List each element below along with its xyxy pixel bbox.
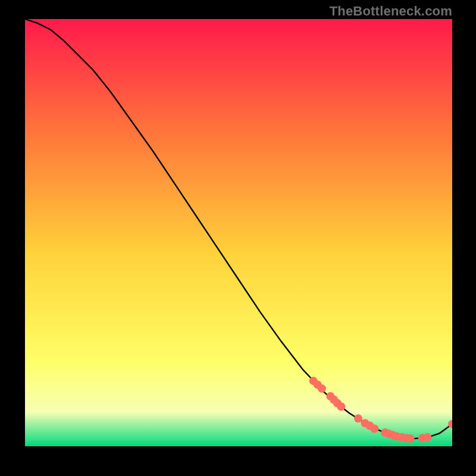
data-marker <box>406 434 415 443</box>
data-marker <box>337 402 345 411</box>
watermark-text: TheBottleneck.com <box>330 4 452 19</box>
plot-area <box>25 19 452 446</box>
data-marker <box>423 433 431 441</box>
data-marker <box>370 425 378 433</box>
data-marker <box>318 384 326 393</box>
data-marker <box>354 414 362 422</box>
gradient-background <box>25 19 452 446</box>
chart-stage: TheBottleneck.com <box>0 0 476 476</box>
plot-svg <box>25 19 452 446</box>
